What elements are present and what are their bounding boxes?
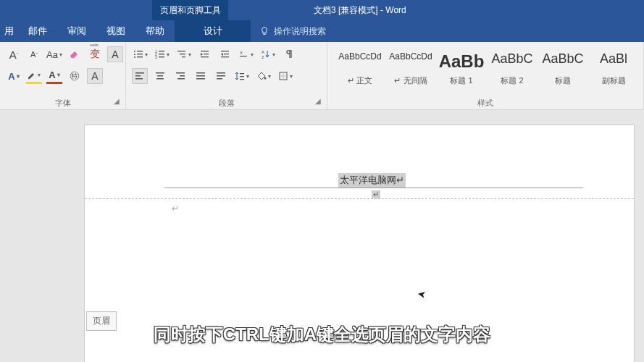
title-bar: 页眉和页脚工具 文档3 [兼容模式] - Word <box>0 0 644 20</box>
style-name: ↵ 正文 <box>337 75 383 86</box>
svg-point-43 <box>264 77 267 80</box>
svg-rect-12 <box>177 51 185 51</box>
character-shading-button[interactable]: A <box>87 68 103 84</box>
group-font: Aˆ Aˇ Aa 变wén A A A ㊕ A <box>0 42 126 109</box>
show-marks-button[interactable] <box>281 46 297 62</box>
header-text-selected[interactable]: 太平洋电脑网↵ <box>338 173 406 188</box>
shrink-font-button[interactable]: Aˇ <box>26 46 42 62</box>
align-center-button[interactable] <box>152 68 168 84</box>
header-region[interactable]: 太平洋电脑网↵ ↵ <box>85 170 634 199</box>
phonetic-guide-button[interactable]: 变wén <box>87 46 103 62</box>
multilevel-list-button[interactable] <box>175 46 193 62</box>
tab-review[interactable]: 审阅 <box>57 20 96 42</box>
decrease-indent-button[interactable] <box>197 46 213 62</box>
svg-text:3: 3 <box>155 55 157 59</box>
svg-rect-38 <box>217 75 225 77</box>
style-item[interactable]: AaBbCcDd↵ 正文 <box>335 48 385 88</box>
tab-help[interactable]: 帮助 <box>135 20 175 42</box>
style-preview: AaBbCcDd <box>337 51 383 62</box>
align-left-button[interactable] <box>132 68 148 84</box>
group-styles: AaBbCcDd↵ 正文AaBbCcDd↵ 无间隔AaBb标题 1AaBbC标题… <box>327 42 644 109</box>
tab-mailings[interactable]: 邮件 <box>18 20 57 42</box>
group-paragraph-label: 段落 ◢ <box>130 96 322 109</box>
style-gallery[interactable]: AaBbCcDd↵ 正文AaBbCcDd↵ 无间隔AaBb标题 1AaBbC标题… <box>332 45 639 88</box>
svg-text:A: A <box>262 50 264 54</box>
svg-rect-22 <box>240 56 247 56</box>
svg-rect-17 <box>201 56 209 57</box>
grow-font-button[interactable]: Aˆ <box>6 46 22 62</box>
svg-rect-19 <box>224 54 229 54</box>
text-effects-button[interactable]: A <box>6 68 22 84</box>
pilcrow-icon <box>284 49 294 59</box>
svg-point-2 <box>134 54 135 55</box>
paragraph-mark: ↵ <box>172 203 179 214</box>
highlight-button[interactable] <box>26 68 42 84</box>
align-justify-button[interactable] <box>193 68 209 84</box>
svg-text:Z: Z <box>262 55 264 59</box>
increase-indent-button[interactable] <box>217 46 233 62</box>
style-name: 标题 2 <box>489 75 535 86</box>
bucket-icon <box>256 71 267 81</box>
svg-rect-11 <box>159 56 164 57</box>
style-preview: AaBbC <box>540 51 586 67</box>
font-color-button[interactable]: A <box>46 68 62 84</box>
svg-rect-18 <box>221 51 229 51</box>
svg-rect-41 <box>240 76 244 77</box>
group-font-label: 字体 ◢ <box>4 96 121 109</box>
tell-me-search[interactable]: 操作说明搜索 <box>259 20 326 42</box>
shading-button[interactable] <box>255 68 272 84</box>
header-underline <box>164 188 583 188</box>
lightbulb-icon <box>259 26 269 36</box>
svg-rect-7 <box>159 51 164 51</box>
tab-use-partial[interactable]: 用 <box>0 20 18 42</box>
line-spacing-button[interactable] <box>233 68 251 84</box>
sort-button[interactable]: AZ <box>259 46 277 62</box>
tab-bar: 用 邮件 审阅 视图 帮助 设计 操作说明搜索 <box>0 20 644 42</box>
style-name: 副标题 <box>590 75 637 86</box>
tab-design[interactable]: 设计 <box>175 20 251 42</box>
svg-rect-16 <box>204 54 209 54</box>
svg-rect-3 <box>137 54 143 54</box>
numbering-button[interactable]: 123 <box>154 46 171 62</box>
align-justify-icon <box>196 71 206 81</box>
svg-rect-20 <box>221 56 229 57</box>
enclosed-char-button[interactable]: ㊕ <box>67 68 83 84</box>
align-distribute-button[interactable] <box>213 68 229 84</box>
tab-view[interactable]: 视图 <box>96 20 135 42</box>
bullets-button[interactable] <box>132 46 149 62</box>
align-right-icon <box>175 71 185 81</box>
font-dialog-launcher[interactable]: ◢ <box>114 95 120 108</box>
asian-layout-button[interactable]: Ⅹ <box>238 46 255 62</box>
svg-rect-32 <box>180 75 185 77</box>
svg-rect-26 <box>135 75 141 77</box>
align-right-button[interactable] <box>172 68 188 84</box>
style-item[interactable]: AaBbC标题 2 <box>487 48 538 88</box>
borders-icon <box>278 71 288 81</box>
character-border-button[interactable]: A <box>107 46 123 62</box>
svg-rect-33 <box>177 78 185 80</box>
style-item[interactable]: AaBb标题 1 <box>436 48 487 88</box>
highlighter-icon <box>28 71 36 80</box>
align-center-icon <box>155 71 165 81</box>
style-item[interactable]: AaBbC标题 <box>538 48 588 88</box>
svg-rect-42 <box>240 79 244 80</box>
svg-rect-27 <box>135 78 143 80</box>
svg-rect-14 <box>182 56 185 57</box>
numbering-icon: 123 <box>155 49 165 59</box>
sort-icon: AZ <box>261 49 271 59</box>
paragraph-dialog-launcher[interactable]: ◢ <box>315 95 321 108</box>
clear-format-button[interactable] <box>67 46 83 62</box>
bullets-icon <box>133 49 143 59</box>
style-preview: AaBbCcDd <box>388 51 434 62</box>
caption-subtitle: 同时按下CTRL键加A键全选页眉的文字内容 <box>0 323 644 346</box>
svg-rect-30 <box>156 78 164 80</box>
style-item[interactable]: AaBl副标题 <box>588 48 639 88</box>
style-item[interactable]: AaBbCcDd↵ 无间隔 <box>385 48 436 88</box>
borders-button[interactable] <box>277 68 294 84</box>
ribbon: Aˆ Aˇ Aa 变wén A A A ㊕ A <box>0 42 644 110</box>
svg-rect-40 <box>240 73 244 74</box>
change-case-button[interactable]: Aa <box>46 46 62 62</box>
multilevel-icon <box>177 49 187 59</box>
header-column-handle[interactable]: ↵ <box>372 190 380 198</box>
svg-rect-5 <box>137 56 143 57</box>
